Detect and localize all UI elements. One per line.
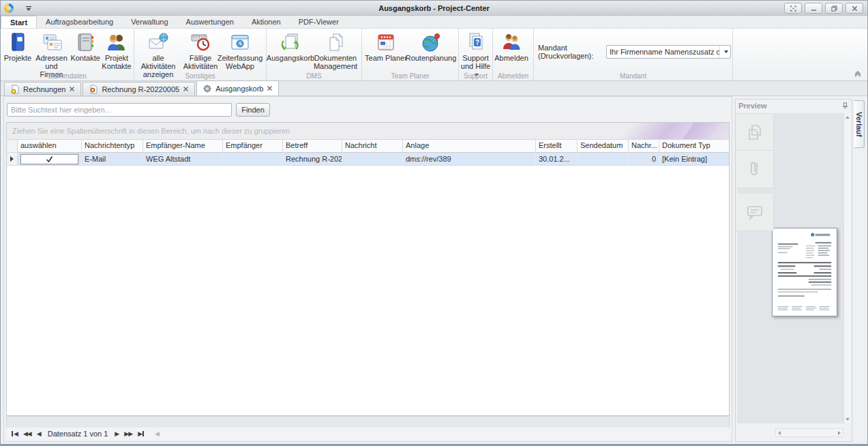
preview-vertical-scrollbar[interactable]: [843, 113, 851, 423]
routenplanung-button[interactable]: Routenplanung: [408, 30, 453, 62]
last-record-button[interactable]: ▶: [135, 430, 147, 437]
preview-toolbar: [736, 113, 774, 231]
ribbon: Projekte Adressen und Firmen: [1, 29, 867, 81]
ribbon-group-support: ? Support und Hilfe Support: [459, 29, 493, 80]
close-tab-icon[interactable]: [69, 86, 75, 92]
abmelden-button[interactable]: Abmelden: [494, 30, 528, 62]
ribbon-tab-auswertungen[interactable]: Auswertungen: [177, 16, 243, 28]
column-header-dokument-typ[interactable]: Dokument Typ: [659, 140, 729, 153]
scroll-down-icon[interactable]: [845, 418, 850, 421]
ribbon-group-dms: Ausgangskorb Dokumenten Management DMS: [267, 29, 362, 80]
preview-horizontal-scrollbar[interactable]: [775, 428, 843, 437]
mandant-select[interactable]: Ihr Firmenname Namenszusatz od...: [606, 45, 731, 59]
prev-record-button[interactable]: ◀: [34, 430, 44, 437]
record-navigator: ◀ ◀◀ ◀ Datensatz 1 von 1 ▶ ▶▶ ▶ ◀: [6, 428, 730, 440]
doc-tab-rechnungen[interactable]: € Rechnungen: [4, 82, 81, 95]
first-record-button[interactable]: ◀: [9, 430, 20, 437]
support-und-hilfe-button[interactable]: ? Support und Hilfe: [460, 30, 491, 78]
close-button[interactable]: [845, 3, 863, 14]
collapse-ribbon-icon[interactable]: [854, 71, 862, 78]
svg-text:?: ?: [475, 39, 479, 46]
cell-auswaehlen: [18, 153, 82, 166]
document-thumbnail[interactable]: [772, 228, 837, 316]
column-header-auswaehlen[interactable]: auswählen: [18, 140, 82, 153]
next-page-button[interactable]: ▶▶: [121, 430, 135, 437]
mandant-field-label: Mandant (Druckvorlagen):: [538, 44, 603, 60]
copy-pages-button[interactable]: [736, 113, 774, 151]
calendar-icon: [375, 31, 397, 53]
alle-aktivitaeten-anzeigen-button[interactable]: alle Aktivitäten anzeigen: [136, 30, 181, 78]
table-row[interactable]: E-Mail WEG Altstadt Rechnung R-2022... d…: [7, 153, 729, 166]
ribbon-tab-verwaltung[interactable]: Verwaltung: [122, 16, 177, 28]
kontakte-button[interactable]: Kontakte: [70, 30, 101, 62]
preview-title: Preview: [738, 102, 767, 110]
next-record-button[interactable]: ▶: [112, 430, 121, 437]
find-button[interactable]: Finden: [236, 103, 270, 117]
invoice-list-icon: €: [10, 85, 20, 94]
verlauf-side-tab[interactable]: Verlauf: [854, 100, 865, 148]
column-header-nachrichtentyp[interactable]: Nachrichtentyp: [82, 140, 143, 153]
group-label-team-planer: Team Planer: [362, 72, 458, 80]
row-checkbox[interactable]: [20, 154, 78, 164]
team-planer-button[interactable]: Team Planer: [363, 30, 408, 62]
ribbon-tab-pdf-viewer[interactable]: PDF-Viewer: [290, 16, 348, 28]
close-tab-icon[interactable]: [267, 85, 273, 91]
cell-nachricht: [342, 153, 403, 166]
attachments-button[interactable]: [736, 151, 774, 188]
scroll-left-icon[interactable]: [778, 431, 781, 435]
group-by-panel[interactable]: Ziehen Sie eine Spaltenüberschrift in di…: [7, 123, 729, 140]
deadline-clock-icon: [190, 31, 211, 53]
outbox-tab-icon: [203, 84, 212, 93]
cell-sendedatum: [578, 153, 629, 166]
zeiterfassung-webapp-button[interactable]: Zeiterfassung WebApp: [220, 30, 260, 70]
dokumenten-management-button[interactable]: Dokumenten Management: [313, 30, 358, 70]
checkmark-icon: [46, 155, 53, 163]
scroll-left-icon[interactable]: ◀: [152, 430, 162, 437]
doc-tab-rechnung-r-20220005[interactable]: Rechnung R-20220005: [83, 82, 195, 95]
faellige-aktivitaeten-button[interactable]: Fällige Aktivitäten: [181, 30, 220, 70]
ribbon-tab-auftragsbearbeitung[interactable]: Auftragsbearbeitung: [37, 16, 122, 28]
address-cards-icon: [41, 31, 63, 53]
adressen-und-firmen-button[interactable]: Adressen und Firmen: [33, 30, 70, 78]
column-header-nachr[interactable]: Nachr...: [629, 140, 659, 153]
cell-nachr: 0: [629, 153, 659, 166]
column-header-empfaenger-name[interactable]: Empfänger-Name: [143, 140, 223, 153]
prev-page-button[interactable]: ◀◀: [20, 430, 34, 437]
scroll-up-icon[interactable]: [845, 116, 850, 119]
ribbon-tab-start[interactable]: Start: [1, 16, 37, 28]
cell-erstellt: 30.01.2...: [536, 153, 578, 166]
projekt-kontakte-button[interactable]: Projekt Kontakte: [101, 30, 132, 70]
projekte-button[interactable]: Projekte: [2, 30, 33, 62]
column-header-empfaenger[interactable]: Empfänger: [223, 140, 283, 153]
documents-icon: [325, 31, 346, 53]
cell-nachrichtentyp: E-Mail: [82, 153, 143, 166]
ribbon-group-abmelden: Abmelden Abmelden: [493, 29, 534, 80]
comments-button[interactable]: [736, 194, 774, 231]
mail-globe-icon: [147, 31, 169, 53]
pin-icon[interactable]: [841, 102, 849, 110]
group-label-stammdaten: Stammdaten: [1, 72, 134, 80]
fit-screen-button[interactable]: [784, 3, 802, 14]
column-header-anlage[interactable]: Anlage: [403, 140, 536, 153]
ausgangskorb-ribbon-button[interactable]: Ausgangskorb: [268, 30, 313, 62]
doc-tab-ausgangskorb[interactable]: Ausgangskorb: [196, 80, 279, 95]
search-input[interactable]: [7, 103, 232, 117]
scroll-right-icon[interactable]: [838, 431, 841, 435]
header-gutter: [7, 140, 18, 153]
column-header-erstellt[interactable]: Erstellt: [536, 140, 578, 153]
outbox-grid: Ziehen Sie eine Spaltenüberschrift in di…: [6, 122, 730, 416]
column-header-sendedatum[interactable]: Sendedatum: [578, 140, 629, 153]
column-header-nachricht[interactable]: Nachricht: [342, 140, 403, 153]
address-book-icon: [74, 31, 96, 53]
minimize-button[interactable]: [805, 3, 822, 14]
restore-button[interactable]: [825, 3, 843, 14]
ribbon-tab-aktionen[interactable]: Aktionen: [243, 16, 290, 28]
cell-betreff: Rechnung R-2022...: [283, 153, 342, 166]
app-window: Ausgangskorb - Project-Center Start Auft…: [0, 0, 868, 446]
preview-panel: Preview: [735, 99, 852, 442]
ribbon-group-team-planer: Team Planer Routenplanung Team Planer: [362, 29, 459, 80]
close-tab-icon[interactable]: [183, 86, 189, 92]
paperclip-icon: [745, 159, 765, 179]
row-indicator: [7, 153, 18, 166]
column-header-betreff[interactable]: Betreff: [283, 140, 342, 153]
